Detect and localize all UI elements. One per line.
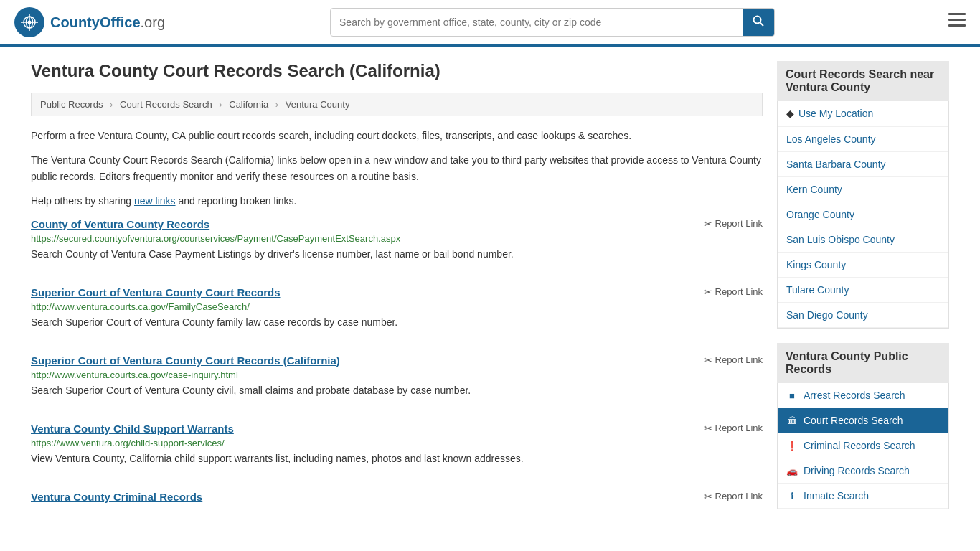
report-link-5[interactable]: ✂ Report Link	[704, 491, 763, 502]
result-header-3: Superior Court of Ventura County Court R…	[31, 354, 763, 367]
report-icon-3: ✂	[704, 354, 712, 366]
page-title: Ventura County Court Records Search (Cal…	[31, 61, 763, 81]
logo-area: CountyOffice.org	[14, 7, 165, 37]
list-item[interactable]: Los Angeles County	[778, 127, 948, 152]
result-url-1[interactable]: https://secured.countyofventura.org/cour…	[31, 233, 763, 244]
logo-icon	[14, 7, 44, 37]
result-title-4[interactable]: Ventura County Child Support Warrants	[31, 423, 234, 435]
right-sidebar: Court Records Search near Ventura County…	[777, 61, 949, 530]
public-records-section: Ventura County Public Records ■ Arrest R…	[777, 343, 949, 509]
svg-point-6	[754, 17, 761, 24]
list-item[interactable]: San Luis Obispo County	[778, 227, 948, 253]
result-item: Ventura County Child Support Warrants ✂ …	[31, 423, 763, 474]
new-links-link[interactable]: new links	[134, 195, 176, 207]
result-title-5[interactable]: Ventura County Criminal Records	[31, 491, 202, 503]
arrest-records-link[interactable]: ■ Arrest Records Search	[778, 383, 948, 408]
nearby-link-1[interactable]: Santa Barbara County	[778, 152, 948, 176]
report-icon-5: ✂	[704, 491, 712, 502]
report-link-2[interactable]: ✂ Report Link	[704, 286, 763, 298]
main-content: Ventura County Court Records Search (Cal…	[17, 47, 963, 545]
nearby-section: Court Records Search near Ventura County…	[777, 61, 949, 329]
list-item[interactable]: Santa Barbara County	[778, 152, 948, 177]
list-item[interactable]: Kings County	[778, 253, 948, 278]
nearby-list: ◆ Use My Location Los Angeles County San…	[777, 101, 949, 329]
nearby-link-5[interactable]: Kings County	[778, 253, 948, 277]
breadcrumb-california[interactable]: California	[229, 99, 268, 110]
court-icon: 🏛	[786, 415, 798, 426]
intro-paragraph-1: Perform a free Ventura County, CA public…	[31, 128, 763, 143]
result-header-5: Ventura County Criminal Records ✂ Report…	[31, 491, 763, 503]
driving-records-link[interactable]: 🚗 Driving Records Search	[778, 458, 948, 483]
report-icon-4: ✂	[704, 423, 712, 434]
search-input[interactable]	[331, 11, 743, 34]
header-right	[940, 13, 966, 32]
svg-rect-9	[948, 19, 966, 21]
result-title-3[interactable]: Superior Court of Ventura County Court R…	[31, 354, 340, 367]
list-item[interactable]: 🚗 Driving Records Search	[778, 458, 948, 484]
result-item: Ventura County Criminal Records ✂ Report…	[31, 491, 763, 513]
report-link-4[interactable]: ✂ Report Link	[704, 423, 763, 434]
svg-point-5	[28, 21, 32, 24]
inmate-icon: ℹ	[786, 491, 798, 501]
results-list: County of Ventura County Records ✂ Repor…	[31, 218, 763, 513]
result-header-2: Superior Court of Ventura County Court R…	[31, 286, 763, 298]
report-link-3[interactable]: ✂ Report Link	[704, 354, 763, 366]
criminal-records-link[interactable]: ❗ Criminal Records Search	[778, 433, 948, 458]
result-header-1: County of Ventura County Records ✂ Repor…	[31, 218, 763, 230]
list-item[interactable]: San Diego County	[778, 303, 948, 328]
svg-rect-10	[948, 24, 966, 27]
svg-line-7	[760, 23, 764, 27]
list-item[interactable]: ■ Arrest Records Search	[778, 383, 948, 408]
nearby-link-6[interactable]: Tulare County	[778, 278, 948, 302]
report-icon-1: ✂	[704, 218, 712, 230]
result-url-3[interactable]: http://www.ventura.courts.ca.gov/case-in…	[31, 369, 763, 380]
nearby-link-4[interactable]: San Luis Obispo County	[778, 227, 948, 252]
list-item[interactable]: ❗ Criminal Records Search	[778, 433, 948, 458]
report-link-1[interactable]: ✂ Report Link	[704, 218, 763, 230]
list-item[interactable]: ℹ Inmate Search	[778, 484, 948, 509]
result-desc-3: Search Superior Court of Ventura County …	[31, 383, 763, 398]
breadcrumb-court-records[interactable]: Court Records Search	[120, 99, 212, 110]
left-column: Ventura County Court Records Search (Cal…	[31, 61, 763, 530]
use-location-item[interactable]: ◆ Use My Location	[778, 101, 948, 127]
search-button[interactable]	[743, 9, 774, 36]
nearby-link-7[interactable]: San Diego County	[778, 303, 948, 327]
court-records-link[interactable]: 🏛 Court Records Search	[778, 408, 948, 433]
result-title-1[interactable]: County of Ventura County Records	[31, 218, 209, 230]
breadcrumb-public-records[interactable]: Public Records	[40, 99, 103, 110]
result-desc-4: View Ventura County, California child su…	[31, 451, 763, 466]
driving-icon: 🚗	[786, 466, 798, 476]
logo-text: CountyOffice.org	[50, 14, 165, 31]
intro-paragraph-3: Help others by sharing new links and rep…	[31, 193, 763, 209]
report-icon-2: ✂	[704, 286, 712, 298]
result-url-2[interactable]: http://www.ventura.courts.ca.gov/FamilyC…	[31, 301, 763, 312]
result-item: Superior Court of Ventura County Court R…	[31, 286, 763, 337]
breadcrumb-current: Ventura County	[286, 99, 350, 110]
result-desc-2: Search Superior Court of Ventura County …	[31, 315, 763, 330]
intro-paragraph-2: The Ventura County Court Records Search …	[31, 152, 763, 184]
location-icon: ◆	[786, 108, 794, 119]
nearby-link-2[interactable]: Kern County	[778, 177, 948, 202]
list-item[interactable]: Tulare County	[778, 278, 948, 303]
criminal-icon: ❗	[786, 441, 798, 451]
list-item[interactable]: Orange County	[778, 202, 948, 227]
nearby-link-3[interactable]: Orange County	[778, 202, 948, 227]
result-header-4: Ventura County Child Support Warrants ✂ …	[31, 423, 763, 435]
list-item-active[interactable]: 🏛 Court Records Search	[778, 408, 948, 433]
menu-icon[interactable]	[948, 13, 966, 32]
search-bar[interactable]	[330, 8, 775, 37]
result-item: Superior Court of Ventura County Court R…	[31, 354, 763, 405]
inmate-search-link[interactable]: ℹ Inmate Search	[778, 484, 948, 508]
public-records-list: ■ Arrest Records Search 🏛 Court Records …	[777, 383, 949, 509]
arrest-icon: ■	[786, 390, 798, 401]
site-header: CountyOffice.org	[0, 0, 980, 47]
breadcrumb: Public Records › Court Records Search › …	[31, 93, 763, 116]
result-item: County of Ventura County Records ✂ Repor…	[31, 218, 763, 269]
list-item[interactable]: Kern County	[778, 177, 948, 202]
result-title-2[interactable]: Superior Court of Ventura County Court R…	[31, 286, 281, 298]
nearby-link-0[interactable]: Los Angeles County	[778, 127, 948, 151]
nearby-header: Court Records Search near Ventura County	[777, 61, 949, 101]
result-url-4[interactable]: https://www.ventura.org/child-support-se…	[31, 438, 763, 448]
svg-rect-8	[948, 13, 966, 15]
public-records-header: Ventura County Public Records	[777, 343, 949, 383]
